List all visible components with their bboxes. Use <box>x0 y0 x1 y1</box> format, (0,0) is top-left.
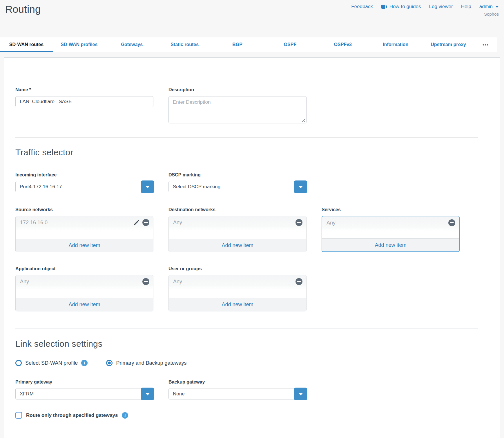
name-label: Name * <box>15 87 153 92</box>
route-only-checkbox-row: Route only through specified gateways i <box>15 412 489 419</box>
incoming-interface-label: Incoming interface <box>15 172 153 178</box>
tab-bgp[interactable]: BGP <box>211 37 264 52</box>
header-links: Feedback How-to guides Log viewer Help a… <box>351 4 499 10</box>
traffic-selector-heading: Traffic selector <box>15 147 489 157</box>
tab-static-routes[interactable]: Static routes <box>158 37 211 52</box>
primary-backup-radio-group: Primary and Backup gateways <box>106 360 186 366</box>
caret-down-icon <box>298 393 303 395</box>
tab-label: Upstream proxy <box>431 42 466 47</box>
admin-menu-label: admin <box>479 4 493 10</box>
routing-tabbar: SD-WAN routes SD-WAN profiles Gateways S… <box>0 37 497 52</box>
primary-gateway-value[interactable]: XFRM <box>15 388 153 399</box>
services-listbox: Any Add new item <box>322 216 460 252</box>
list-item[interactable]: Any <box>169 216 306 229</box>
list-item[interactable]: Any <box>16 275 153 288</box>
tab-label: OSPFv3 <box>334 42 352 47</box>
help-link[interactable]: Help <box>461 4 471 10</box>
list-item-value: Any <box>20 279 29 285</box>
app-user-boxes-row: Any Add new item Any <box>15 275 489 311</box>
tab-ospf[interactable]: OSPF <box>264 37 316 52</box>
remove-item-icon[interactable] <box>142 219 149 226</box>
edit-icon[interactable] <box>133 219 140 226</box>
services-list: Any <box>322 216 459 238</box>
list-item[interactable]: Any <box>169 275 306 288</box>
list-item[interactable]: Any <box>322 216 459 229</box>
remove-item-icon[interactable] <box>448 219 455 226</box>
application-object-add-button[interactable]: Add new item <box>16 298 153 311</box>
name-description-row: Name * Description <box>15 87 489 125</box>
incoming-interface-dropdown-button[interactable] <box>141 180 154 193</box>
source-networks-listbox: 172.16.16.0 Add new item <box>15 216 153 252</box>
source-networks-add-button[interactable]: Add new item <box>16 239 153 252</box>
tab-label: SD-WAN profiles <box>61 42 97 47</box>
tab-information[interactable]: Information <box>369 37 422 52</box>
application-object-listbox: Any Add new item <box>15 275 153 311</box>
gateway-selects-row: XFRM None <box>15 388 489 400</box>
destination-networks-add-button[interactable]: Add new item <box>169 239 306 252</box>
more-tabs-button[interactable]: ••• <box>475 37 497 52</box>
sdwan-profile-radio-group: Select SD-WAN profile i <box>15 360 88 366</box>
feedback-link[interactable]: Feedback <box>351 4 373 10</box>
list-item-value: Any <box>173 279 182 285</box>
user-or-groups-listbox: Any Add new item <box>168 275 307 311</box>
app-user-labels-row: Application object User or groups <box>15 266 489 271</box>
source-networks-list: 172.16.16.0 <box>16 216 153 239</box>
remove-item-icon[interactable] <box>295 219 302 226</box>
route-only-checkbox[interactable] <box>15 412 22 419</box>
backup-gateway-label: Backup gateway <box>168 379 307 385</box>
application-object-label: Application object <box>15 266 153 271</box>
source-networks-label: Source networks <box>15 207 153 212</box>
gateway-labels-row: Primary gateway Backup gateway <box>15 379 489 385</box>
user-or-groups-add-button[interactable]: Add new item <box>169 298 306 311</box>
interface-dscp-labels-row: Incoming interface DSCP marking <box>15 172 489 178</box>
primary-gateway-dropdown-button[interactable] <box>141 388 154 400</box>
tab-label: BGP <box>232 42 242 47</box>
primary-backup-radio-label: Primary and Backup gateways <box>116 360 186 366</box>
backup-gateway-value[interactable]: None <box>168 388 307 399</box>
caret-down-icon <box>145 186 150 188</box>
howto-guides-link[interactable]: How-to guides <box>381 4 421 10</box>
description-label: Description <box>168 87 307 92</box>
link-selection-radio-row: Select SD-WAN profile i Primary and Back… <box>15 360 489 366</box>
caret-down-icon <box>145 393 150 395</box>
chevron-down-icon <box>495 6 499 8</box>
log-viewer-link[interactable]: Log viewer <box>429 4 453 10</box>
remove-item-icon[interactable] <box>142 278 149 285</box>
list-item-value: Any <box>173 220 182 226</box>
list-item[interactable]: 172.16.16.0 <box>16 216 153 229</box>
interface-dscp-selects-row: Port4-172.16.16.17 Select DSCP marking <box>15 181 489 193</box>
info-icon[interactable]: i <box>122 412 128 419</box>
sdwan-profile-radio[interactable] <box>15 360 22 366</box>
info-icon[interactable]: i <box>81 360 88 366</box>
incoming-interface-select[interactable]: Port4-172.16.16.17 <box>15 181 153 193</box>
primary-gateway-select[interactable]: XFRM <box>15 388 153 400</box>
admin-menu[interactable]: admin <box>479 4 499 10</box>
caret-down-icon <box>298 186 303 188</box>
user-or-groups-label: User or groups <box>168 266 307 271</box>
dscp-marking-dropdown-button[interactable] <box>294 180 307 193</box>
tab-label: Gateways <box>121 42 143 47</box>
sdwan-profile-radio-label: Select SD-WAN profile <box>25 360 78 366</box>
services-add-button[interactable]: Add new item <box>322 238 459 251</box>
tab-upstream-proxy[interactable]: Upstream proxy <box>422 37 475 52</box>
dscp-marking-label: DSCP marking <box>168 172 307 178</box>
destination-networks-list: Any <box>169 216 306 239</box>
help-label: Help <box>461 4 471 10</box>
incoming-interface-value[interactable]: Port4-172.16.16.17 <box>15 181 153 192</box>
backup-gateway-select[interactable]: None <box>168 388 307 400</box>
remove-item-icon[interactable] <box>295 278 302 285</box>
tab-sdwan-routes[interactable]: SD-WAN routes <box>0 37 53 52</box>
list-item-actions <box>448 219 455 226</box>
tab-ospfv3[interactable]: OSPFv3 <box>316 37 369 52</box>
name-input[interactable] <box>15 96 153 107</box>
networks-boxes-row: 172.16.16.0 Add new item Any <box>15 216 489 252</box>
destination-networks-listbox: Any Add new item <box>168 216 307 252</box>
tab-label: SD-WAN routes <box>9 42 43 47</box>
dscp-marking-value[interactable]: Select DSCP marking <box>168 181 307 192</box>
tab-gateways[interactable]: Gateways <box>106 37 158 52</box>
dscp-marking-select[interactable]: Select DSCP marking <box>168 181 307 193</box>
primary-backup-radio[interactable] <box>106 360 113 366</box>
description-textarea[interactable] <box>168 96 307 123</box>
tab-sdwan-profiles[interactable]: SD-WAN profiles <box>53 37 106 52</box>
backup-gateway-dropdown-button[interactable] <box>294 388 307 400</box>
